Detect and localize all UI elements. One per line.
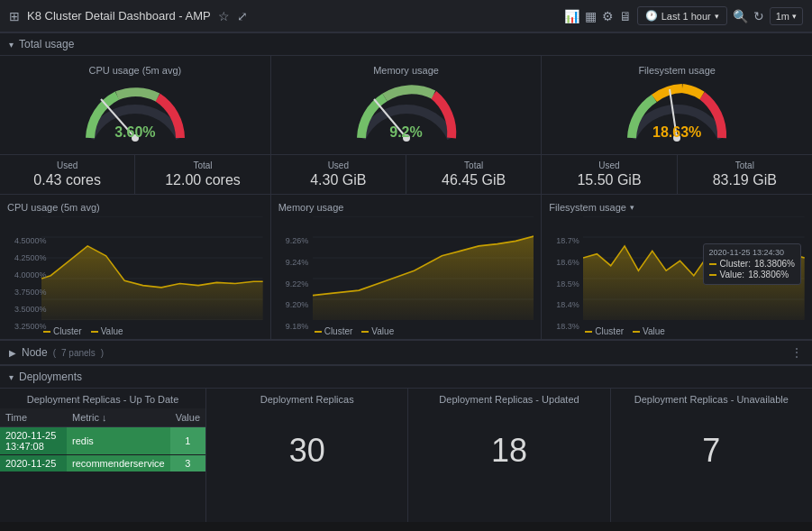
stat-cpu-total-value: 12.00 cores [146,172,259,188]
time-range-label: Last 1 hour [661,11,711,22]
deploy-table-title: Deployment Replicas - Up To Date [0,389,205,408]
tooltip-cluster-value: 18.3806% [754,259,795,269]
monitor-icon[interactable]: 🖥 [619,9,632,23]
deploy-unavailable-panel: Deployment Replicas - Unavailable 7 [611,389,812,522]
cpu-gauge-value: 3.60% [114,124,155,141]
stat-mem-used-value: 4.30 GiB [282,172,395,188]
collapse-icon: ▾ [9,40,14,50]
memory-chart-panel: Memory usage 9.26% 9.24% 9.22% 9.20% 9.1… [271,195,543,339]
stat-fs-used: Used 15.50 GiB [542,155,677,194]
stat-mem-total: Total 46.45 GiB [406,155,542,194]
stat-cpu-total: Total 12.00 cores [135,155,270,194]
stat-fs-used-value: 15.50 GiB [552,172,665,188]
col-value: Value [170,408,205,427]
table-row: 2020-11-25 13:47:08 redis 1 [0,427,205,455]
deploy-unavailable-title: Deployment Replicas - Unavailable [618,394,805,405]
filesystem-chart-tooltip: 2020-11-25 13:24:30 Cluster: 18.3806% Va… [703,243,802,285]
stat-mem-total-label: Total [417,160,530,170]
tooltip-date: 2020-11-25 13:24:30 [709,248,796,257]
filesystem-chart-title: Filesystem usage [549,202,626,213]
stat-fs-used-label: Used [552,160,665,170]
header: ⊞ K8 Cluster Detail Dashboard - AMP ☆ ⤢ … [0,0,812,32]
time-range-button[interactable]: 🕐 Last 1 hour ▾ [637,6,727,25]
stat-fs-total-label: Total [689,160,801,170]
stat-mem-total-value: 46.45 GiB [417,172,530,188]
tooltip-value-label: Value: [720,270,745,279]
memory-gauge-title: Memory usage [280,65,533,76]
share-icon[interactable]: ⤢ [237,9,248,23]
star-icon[interactable]: ☆ [218,9,230,23]
deployments-section-header[interactable]: ▾ Deployments [0,365,812,389]
filesystem-gauge-title: Filesystem usage [551,65,803,76]
deploy-replicas-panel: Deployment Replicas 30 [206,389,408,522]
filesystem-gauge-value: 18.63% [652,124,701,141]
td-value-1: 1 [170,427,205,455]
col-time: Time [0,408,67,427]
settings-icon[interactable]: ⚙ [602,9,614,23]
node-section-header[interactable]: ▶ Node (7 panels) ⋮ [0,340,812,365]
fs-y-labels: 18.7% 18.6% 18.5% 18.4% 18.3% [556,236,579,331]
table-header-row: Time Metric ↓ Value [0,408,205,427]
header-left: ⊞ K8 Cluster Detail Dashboard - AMP ☆ ⤢ [9,9,248,23]
deployments-row: Deployment Replicas - Up To Date Time Me… [0,389,812,522]
memory-chart-legend: Cluster Value [315,326,534,336]
refresh-rate-label: 1m [776,11,789,22]
memory-gauge-value: 9.2% [389,124,422,141]
chart-icon[interactable]: 📊 [564,9,579,23]
expand-icon: ▶ [9,348,16,358]
node-menu-icon[interactable]: ⋮ [790,345,803,360]
node-panels-close: ) [101,348,104,358]
chevron-down-icon-2: ▾ [792,12,797,21]
memory-gauge: 9.2% [352,79,461,142]
stat-cpu-used-label: Used [11,160,123,170]
cpu-gauge-panel: CPU usage (5m avg) 3.60% [0,56,271,154]
mem-y-labels: 9.26% 9.24% 9.22% 9.20% 9.18% [286,236,309,331]
deploy-replicas-value: 30 [214,432,400,470]
td-time-1: 2020-11-25 13:47:08 [0,427,67,455]
filesystem-chart-panel: Filesystem usage ▾ 18.7% 18.6% 18.5% 18.… [542,195,812,339]
stat-cpu-used: Used 0.43 cores [0,155,135,194]
dashboard-icon[interactable]: ▦ [585,9,597,23]
node-panels-badge: ( [53,348,56,358]
table-row: 2020-11-25 recommenderservice 3 [0,455,205,472]
stat-mem-used: Used 4.30 GiB [271,155,406,194]
refresh-rate-button[interactable]: 1m ▾ [770,7,803,25]
tooltip-cluster-label: Cluster: [720,259,751,269]
charts-row: CPU usage (5m avg) 4.5000% 4.2500% 4.000… [0,195,812,340]
node-label: Node [22,346,48,359]
td-value-2: 3 [170,455,205,472]
cpu-chart-title: CPU usage (5m avg) [7,202,263,213]
clock-icon: 🕐 [645,10,658,22]
deploy-updated-panel: Deployment Replicas - Updated 18 [408,389,610,522]
filesystem-gauge: 18.63% [623,79,731,142]
tooltip-cluster-color [709,263,716,265]
tooltip-value-color [709,274,716,276]
deployments-collapse-icon: ▾ [9,372,14,382]
filesystem-dropdown-icon[interactable]: ▾ [630,203,634,212]
cpu-gauge-title: CPU usage (5m avg) [9,65,261,76]
total-usage-section-header[interactable]: ▾ Total usage [0,32,812,56]
tooltip-cluster-row: Cluster: 18.3806% [709,259,796,269]
cpu-chart-svg: 12:50 13:00 13:10 13:20 13:30 13:40 [41,216,263,320]
deploy-unavailable-value: 7 [618,432,805,470]
filesystem-chart-title-row: Filesystem usage ▾ [549,202,805,213]
stat-fs-total: Total 83.19 GiB [678,155,812,194]
stat-mem-used-label: Used [282,160,395,170]
stat-fs-total-value: 83.19 GiB [689,172,801,188]
memory-gauge-panel: Memory usage 9.2% [271,56,543,154]
gauge-row: CPU usage (5m avg) 3.60% Memory usage [0,56,812,154]
col-metric[interactable]: Metric ↓ [67,408,170,427]
apps-icon[interactable]: ⊞ [9,9,20,23]
refresh-icon[interactable]: ↻ [753,9,764,23]
tooltip-value-value: 18.3806% [748,270,789,279]
deployments-label: Deployments [19,371,82,383]
stat-cpu-total-label: Total [146,160,259,170]
cpu-chart-legend: Cluster Value [43,326,263,336]
total-usage-label: Total usage [19,38,74,50]
stat-cpu-used-value: 0.43 cores [11,172,123,188]
filesystem-chart-legend: Cluster Value [585,326,805,336]
cpu-y-labels: 4.5000% 4.2500% 4.0000% 3.7500% 3.5000% … [14,236,47,331]
filesystem-gauge-panel: Filesystem usage 18.63% [542,56,812,154]
td-metric-2: recommenderservice [67,455,170,472]
zoom-out-icon[interactable]: 🔍 [733,9,748,23]
